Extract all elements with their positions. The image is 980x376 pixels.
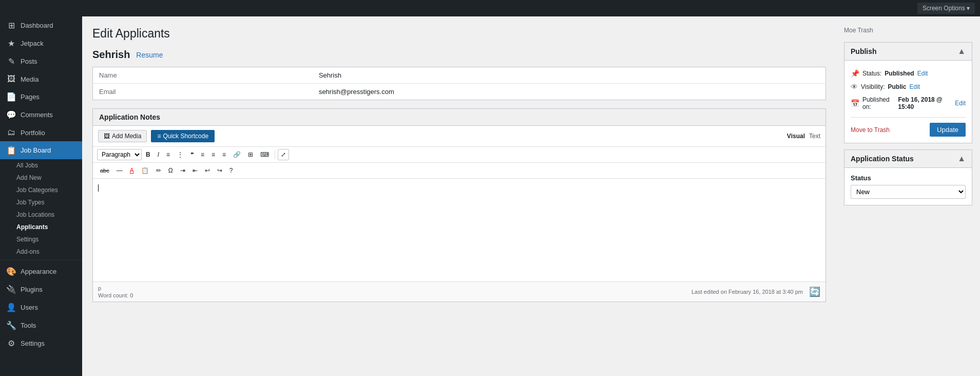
- indent-button[interactable]: ⇥: [177, 165, 188, 176]
- right-sidebar: Moe Trash Publish ▲ 📌 Status: Published …: [836, 16, 980, 376]
- sidebar-label-portfolio: Portfolio: [21, 129, 45, 137]
- settings-icon: ⚙: [6, 339, 16, 348]
- visual-tab[interactable]: Visual: [787, 133, 805, 140]
- pages-icon: 📄: [6, 92, 16, 102]
- sidebar-label-posts: Posts: [21, 58, 37, 65]
- sidebar-label-appearance: Appearance: [21, 268, 56, 275]
- sidebar-sub-job-locations[interactable]: Job Locations: [0, 209, 82, 221]
- sidebar-item-jetpack[interactable]: ★ Jetpack: [0, 34, 82, 52]
- blockquote-button[interactable]: ❝: [187, 149, 197, 160]
- sidebar-item-settings[interactable]: ⚙ Settings: [0, 334, 82, 352]
- text-color-button[interactable]: A: [127, 165, 137, 176]
- sidebar-sub-add-ons[interactable]: Add-ons: [0, 246, 82, 258]
- comments-icon: 💬: [6, 110, 16, 120]
- editor-cursor: [98, 184, 99, 192]
- calendar-icon: 📅: [851, 99, 859, 107]
- application-status-box: Application Status ▲ Status New Reviewed…: [844, 149, 972, 205]
- publish-status-row: 📌 Status: Published Edit: [851, 67, 966, 80]
- status-select[interactable]: New Reviewed Interview Hired Rejected: [851, 185, 966, 199]
- table-button[interactable]: ⊞: [245, 149, 256, 160]
- align-left-button[interactable]: ≡: [198, 149, 207, 160]
- update-button[interactable]: Update: [930, 123, 966, 137]
- sidebar-item-tools[interactable]: 🔧 Tools: [0, 316, 82, 334]
- quick-shortcode-button[interactable]: ≡ Quick Shortcode: [151, 130, 215, 142]
- paragraph-select[interactable]: Paragraph: [97, 149, 142, 160]
- help-button[interactable]: ?: [226, 165, 236, 176]
- sidebar-item-posts[interactable]: ✎ Posts: [0, 52, 82, 70]
- notes-header: Application Notes: [93, 109, 825, 126]
- format-bar-row2: abc — A 📋 ✏ Ω ⇥ ⇤ ↩ ↪ ?: [93, 163, 825, 179]
- resume-link[interactable]: Resume: [136, 51, 163, 59]
- published-edit-link[interactable]: Edit: [955, 100, 966, 107]
- publish-box-header: Publish ▲: [844, 43, 972, 61]
- content-area: Edit Applicants Sehrish Resume Name Sehr…: [82, 16, 980, 376]
- screen-options-button[interactable]: Screen Options: [917, 3, 975, 14]
- sidebar-item-users[interactable]: 👤 Users: [0, 298, 82, 316]
- publish-toggle[interactable]: ▲: [957, 47, 966, 56]
- visibility-edit-link[interactable]: Edit: [909, 83, 920, 90]
- link-button[interactable]: 🔗: [230, 149, 244, 160]
- portfolio-icon: 🗂: [6, 128, 16, 137]
- table-row-email: Email sehrish@presstigers.com: [93, 84, 826, 100]
- hr-button[interactable]: —: [113, 165, 126, 176]
- sidebar-sep: [0, 260, 82, 260]
- special-chars-button[interactable]: Ω: [165, 165, 176, 176]
- paste-from-word-button[interactable]: 📋: [138, 165, 152, 176]
- status-label: Status:: [862, 70, 881, 77]
- toolbar-left: 🖼 Add Media ≡ Quick Shortcode: [98, 130, 215, 142]
- sidebar-sub-job-categories[interactable]: Job Categories: [0, 184, 82, 196]
- moe-trash-label: Moe Trash: [844, 27, 972, 34]
- align-center-button[interactable]: ≡: [208, 149, 218, 160]
- clear-format-button[interactable]: ✏: [153, 165, 164, 176]
- text-tab[interactable]: Text: [809, 133, 820, 140]
- strikethrough-button[interactable]: abc: [97, 165, 112, 176]
- sidebar-item-pages[interactable]: 📄 Pages: [0, 88, 82, 106]
- ordered-list-button[interactable]: ⋮: [174, 149, 186, 160]
- more-button[interactable]: ⌨: [257, 149, 272, 160]
- editor-content-area[interactable]: [93, 179, 825, 281]
- sidebar-item-plugins[interactable]: 🔌 Plugins: [0, 280, 82, 298]
- email-value: sehrish@presstigers.com: [313, 84, 826, 100]
- appearance-icon: 🎨: [6, 267, 16, 276]
- application-status-header: Application Status ▲: [844, 150, 972, 168]
- publish-box: Publish ▲ 📌 Status: Published Edit 👁 Vis…: [844, 42, 972, 143]
- bold-button[interactable]: B: [143, 149, 153, 160]
- word-count: Word count: 0: [98, 292, 133, 298]
- sidebar-label-tools: Tools: [21, 322, 36, 329]
- sidebar-item-job-board[interactable]: 📋 Job Board: [0, 141, 82, 159]
- unordered-list-button[interactable]: ≡: [163, 149, 173, 160]
- sidebar-item-comments[interactable]: 💬 Comments: [0, 106, 82, 124]
- sidebar-sub-all-jobs[interactable]: All Jobs: [0, 159, 82, 172]
- application-status-toggle[interactable]: ▲: [957, 154, 966, 163]
- sidebar-sub-applicants[interactable]: Applicants: [0, 221, 82, 233]
- redo-button[interactable]: ↪: [214, 165, 225, 176]
- main-content: Edit Applicants Sehrish Resume Name Sehr…: [82, 16, 980, 376]
- outdent-button[interactable]: ⇤: [189, 165, 201, 176]
- sidebar-item-portfolio[interactable]: 🗂 Portfolio: [0, 124, 82, 141]
- publish-title: Publish: [851, 47, 877, 55]
- sidebar-item-media[interactable]: 🖼 Media: [0, 70, 82, 88]
- sidebar: ⊞ Dashboard ★ Jetpack ✎ Posts 🖼 Media 📄 …: [0, 16, 82, 376]
- italic-button[interactable]: I: [155, 149, 162, 160]
- top-bar: Screen Options: [0, 0, 980, 16]
- add-media-button[interactable]: 🖼 Add Media: [98, 130, 147, 142]
- sidebar-item-dashboard[interactable]: ⊞ Dashboard: [0, 16, 82, 34]
- refresh-icon[interactable]: 🔄: [809, 286, 820, 297]
- align-right-button[interactable]: ≡: [219, 149, 229, 160]
- applicant-header: Sehrish Resume: [92, 49, 826, 61]
- undo-button[interactable]: ↩: [202, 165, 213, 176]
- sidebar-sub-job-types[interactable]: Job Types: [0, 196, 82, 209]
- last-edited: Last edited on February 16, 2018 at 3:40…: [691, 289, 803, 295]
- status-edit-link[interactable]: Edit: [917, 70, 928, 77]
- sidebar-item-appearance[interactable]: 🎨 Appearance: [0, 262, 82, 280]
- applicant-name: Sehrish: [92, 49, 130, 61]
- sidebar-sub-add-new[interactable]: Add New: [0, 172, 82, 184]
- expand-editor-button[interactable]: ⤢: [278, 149, 289, 160]
- editor-p-tag: p: [98, 285, 133, 291]
- sidebar-label-dashboard: Dashboard: [21, 22, 53, 29]
- sidebar-sub-settings[interactable]: Settings: [0, 233, 82, 246]
- status-value: Published: [885, 70, 914, 77]
- editor-toolbar-top: 🖼 Add Media ≡ Quick Shortcode Visual Tex…: [93, 126, 825, 147]
- info-table: Name Sehrish Email sehrish@presstigers.c…: [92, 67, 826, 100]
- move-to-trash-button[interactable]: Move to Trash: [851, 126, 890, 134]
